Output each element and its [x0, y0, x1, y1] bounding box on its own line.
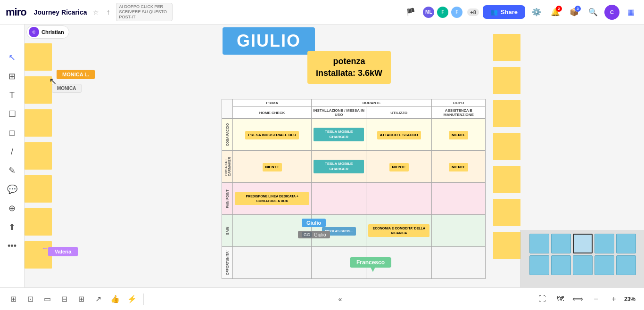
row-label-cosa-fa: COSA FA IL CARMAKER	[222, 151, 233, 183]
cell-r5c1[interactable]	[233, 247, 312, 279]
fit-icon[interactable]: ⟺	[570, 292, 586, 307]
col-utilizzo: UTILIZZO	[366, 107, 432, 119]
sticky-note[interactable]	[25, 142, 52, 170]
zoom-percent: 23%	[624, 296, 638, 302]
sticky-note[interactable]	[25, 175, 52, 203]
sidebar-sticky-icon[interactable]: ☐	[4, 106, 21, 122]
share-button[interactable]: 👥 Share	[483, 5, 525, 19]
sticky-note[interactable]	[493, 232, 520, 259]
avatar-user2[interactable]: F	[436, 6, 449, 19]
cell-r4c3[interactable]: ECONOMIA E COMODITA' DELLA RICARICA	[366, 215, 432, 247]
cell-r2c4[interactable]: NIENTE	[432, 151, 486, 183]
sidebar-templates-icon[interactable]: ⊞	[4, 68, 21, 85]
star-icon[interactable]: ☆	[93, 8, 99, 16]
sticky-note[interactable]	[493, 133, 520, 160]
minimap-tile[interactable]	[573, 255, 593, 275]
cell-r3c2[interactable]	[312, 183, 366, 215]
sticky-note[interactable]	[25, 43, 52, 71]
sticky-note[interactable]	[25, 76, 52, 104]
cell-r5c4[interactable]	[432, 247, 486, 279]
sticky-note[interactable]	[493, 166, 520, 193]
minimap-tile[interactable]	[616, 255, 636, 275]
minimap-tile[interactable]	[594, 255, 614, 275]
cell-r2c3[interactable]: NIENTE	[366, 151, 432, 183]
bottom-frame-icon[interactable]: ⊡	[23, 292, 38, 307]
sidebar-crop-icon[interactable]: ⊕	[4, 200, 21, 217]
valeria-arrow-icon: ←	[41, 244, 49, 253]
avatar-user1[interactable]: ML	[422, 6, 435, 19]
minimap-tile[interactable]	[551, 255, 571, 275]
cell-r4c4[interactable]	[432, 215, 486, 247]
cell-r1c4[interactable]: NIENTE	[432, 119, 486, 151]
cell-r1c3[interactable]: ATTACCO E STACCO	[366, 119, 432, 151]
sidebar-draw-icon[interactable]: ✎	[4, 162, 21, 179]
bottom-note-icon[interactable]: ▭	[40, 292, 55, 307]
bottom-connect-icon[interactable]: ⊟	[57, 292, 72, 307]
sidebar-upload-icon[interactable]: ⬆	[4, 219, 21, 236]
row-label-gain: GAIN	[222, 215, 233, 247]
user-avatar[interactable]: C	[604, 5, 619, 20]
sticky-note[interactable]	[25, 109, 52, 137]
cell-r3c1[interactable]: PREDISPONE LINEA DEDICATA + CONTATORE A …	[233, 183, 312, 215]
zoom-out-icon[interactable]: −	[588, 292, 603, 307]
bottom-export-icon[interactable]: ↗	[91, 292, 106, 307]
cell-r2c2[interactable]: TESLA MOBILE CHARGER	[312, 151, 366, 183]
phase-dopo: DOPO	[432, 99, 486, 107]
sidebar-more-icon[interactable]: •••	[4, 237, 21, 254]
collapse-arrow-icon[interactable]: «	[339, 295, 342, 303]
down-arrow-icon: ▼	[369, 264, 377, 274]
flag-icon[interactable]: 🏴	[403, 5, 418, 20]
bottom-like-icon[interactable]: 👍	[107, 292, 123, 307]
bottom-bolt-icon[interactable]: ⚡	[124, 292, 140, 307]
upload-icon[interactable]: ↑	[107, 8, 110, 16]
christian-user-label: C Christian	[26, 25, 69, 39]
sidebar-text-icon[interactable]: T	[4, 87, 21, 104]
settings-icon[interactable]: ⚙️	[529, 5, 544, 20]
avatar-user3[interactable]: F	[450, 6, 463, 19]
cell-r2c1[interactable]: NIENTE	[233, 151, 312, 183]
avatar-group: ML F F	[422, 6, 463, 19]
minimap-tile[interactable]	[551, 234, 571, 253]
valeria-label: Valeria	[48, 247, 78, 256]
minimap-tile[interactable]	[529, 234, 549, 253]
topbar-right: 🏴 ML F F +8 👥 Share ⚙️ 🔔 2 📦 3 🔍 C	[403, 5, 638, 20]
sidebar-comment-icon[interactable]: 💬	[4, 181, 21, 198]
table-row-gain: GAIN NICOLAS GROS... ECONOMIA E COMODITA…	[222, 215, 486, 247]
sidebar-pen-icon[interactable]: /	[4, 143, 21, 160]
bottom-separator	[143, 294, 144, 305]
minimap-tile-selected[interactable]	[573, 234, 593, 253]
sidebar-rectangle-icon[interactable]: □	[4, 124, 21, 141]
sticky-note[interactable]	[493, 34, 520, 61]
share-icon: 👥	[490, 8, 498, 16]
cell-r3c4[interactable]	[432, 183, 486, 215]
bottom-crop-icon[interactable]: ⊞	[74, 292, 89, 307]
giulio-name: Giulio	[314, 232, 326, 237]
fullscreen-icon[interactable]: ⛶	[535, 292, 550, 307]
minimap-tile[interactable]	[529, 255, 549, 275]
sticky-note[interactable]	[493, 67, 520, 94]
bottom-grid-icon[interactable]: ⊞	[6, 292, 21, 307]
sticky-note[interactable]	[493, 199, 520, 226]
minimap-tile[interactable]	[594, 234, 614, 253]
journey-map-table: PRIMA DURANTE DOPO HOME CHECK INSTALLAZI…	[222, 99, 486, 279]
notifications-icon[interactable]: 🔔 2	[548, 5, 563, 20]
giulio-cursor-label: Giulio	[302, 219, 326, 227]
search-icon[interactable]: 🔍	[586, 5, 601, 20]
sticky-note[interactable]	[493, 100, 520, 127]
cursor-arrow-icon: ↖	[49, 75, 57, 87]
map-icon[interactable]: 🗺	[553, 292, 568, 307]
sticky-note[interactable]	[25, 208, 52, 236]
sidebar-cursor-tool[interactable]: ↖	[4, 49, 21, 66]
table-row-cosa-fa: COSA FA IL CARMAKER NIENTE TESLA MOBILE …	[222, 151, 486, 183]
minimap-tile[interactable]	[616, 234, 636, 253]
plus-count[interactable]: +8	[467, 8, 479, 16]
cell-r1c1[interactable]: PRESA INDUSTRIALE BLU	[233, 119, 312, 151]
notification-badge: 2	[556, 6, 562, 12]
cell-r1c2[interactable]: TESLA MOBILE CHARGER	[312, 119, 366, 151]
cell-r3c3[interactable]	[366, 183, 432, 215]
grid-view-icon[interactable]: ▦	[623, 5, 638, 20]
apps-icon[interactable]: 📦 3	[567, 5, 582, 20]
col-home-check: HOME CHECK	[233, 107, 312, 119]
sidebar: ↖ ⊞ T ☐ □ / ✎ 💬 ⊕ ⬆ •••	[0, 24, 25, 310]
zoom-in-icon[interactable]: +	[606, 292, 621, 307]
